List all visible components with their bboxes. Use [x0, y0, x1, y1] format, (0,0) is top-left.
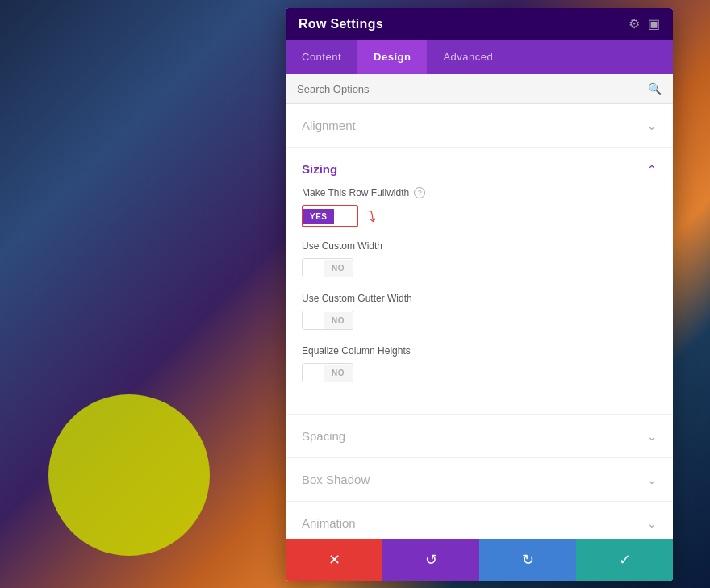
toggle-no-label-1: NO — [324, 260, 353, 277]
settings-icon[interactable]: ⚙ — [629, 16, 640, 31]
section-spacing[interactable]: Spacing ⌄ — [286, 415, 673, 458]
search-icon: 🔍 — [648, 82, 662, 95]
layout-icon[interactable]: ▣ — [648, 16, 660, 31]
animation-chevron: ⌄ — [647, 517, 657, 530]
field-custom-width: Use Custom Width NO — [302, 240, 657, 280]
animation-label: Animation — [302, 516, 356, 530]
arrow-annotation: ⤵ — [366, 206, 378, 226]
equalize-heights-label: Equalize Column Heights — [302, 345, 657, 357]
spacing-chevron: ⌄ — [647, 430, 657, 443]
toggle-yes-slider — [334, 206, 357, 226]
field-equalize-heights: Equalize Column Heights NO — [302, 345, 657, 385]
spacing-label: Spacing — [302, 429, 345, 443]
sizing-header[interactable]: Sizing ⌃ — [302, 148, 657, 187]
decorative-circle — [48, 394, 210, 556]
search-input[interactable] — [297, 83, 648, 95]
fullwidth-label: Make This Row Fullwidth ? — [302, 187, 657, 198]
toggle-yes-label: YES — [303, 209, 334, 224]
undo-button[interactable]: ↺ — [382, 539, 479, 581]
panel-header-icons: ⚙ ▣ — [629, 16, 660, 31]
sizing-chevron: ⌃ — [647, 163, 657, 176]
panel-title: Row Settings — [299, 17, 383, 31]
custom-width-toggle[interactable]: NO — [302, 258, 353, 277]
field-fullwidth: Make This Row Fullwidth ? YES ⤵ — [302, 187, 657, 227]
action-bar: ✕ ↺ ↻ ✓ — [286, 539, 673, 581]
row-settings-panel: Row Settings ⚙ ▣ Content Design Advanced… — [286, 8, 673, 581]
toggle-no-label-3: NO — [324, 365, 353, 382]
fullwidth-toggle[interactable]: YES — [302, 205, 358, 227]
tab-design[interactable]: Design — [357, 40, 427, 74]
alignment-chevron: ⌄ — [647, 119, 657, 132]
tab-advanced[interactable]: Advanced — [427, 40, 509, 74]
redo-button[interactable]: ↻ — [479, 539, 576, 581]
sizing-label: Sizing — [302, 162, 337, 176]
toggle-slider-1 — [303, 259, 324, 277]
field-custom-gutter: Use Custom Gutter Width NO — [302, 293, 657, 332]
alignment-label: Alignment — [302, 119, 356, 132]
section-sizing: Sizing ⌃ Make This Row Fullwidth ? YES ⤵ — [286, 148, 673, 415]
save-button[interactable]: ✓ — [576, 539, 673, 581]
section-alignment[interactable]: Alignment ⌄ — [286, 104, 673, 148]
tab-content[interactable]: Content — [286, 40, 357, 74]
custom-gutter-label: Use Custom Gutter Width — [302, 293, 657, 304]
cancel-button[interactable]: ✕ — [286, 539, 382, 581]
box-shadow-label: Box Shadow — [302, 473, 370, 486]
toggle-slider-2 — [303, 311, 324, 329]
custom-gutter-toggle[interactable]: NO — [302, 311, 353, 330]
search-bar: 🔍 — [286, 74, 673, 104]
toggle-no-label-2: NO — [324, 312, 353, 329]
panel-body: Alignment ⌄ Sizing ⌃ Make This Row Fullw… — [286, 104, 673, 539]
fullwidth-help-icon[interactable]: ? — [414, 187, 425, 198]
toggle-slider-3 — [303, 364, 324, 382]
equalize-heights-toggle[interactable]: NO — [302, 363, 353, 382]
box-shadow-chevron: ⌄ — [647, 473, 657, 486]
section-animation[interactable]: Animation ⌄ — [286, 502, 673, 539]
tab-bar: Content Design Advanced — [286, 40, 673, 74]
panel-header: Row Settings ⚙ ▣ — [286, 8, 673, 40]
custom-width-label: Use Custom Width — [302, 240, 657, 252]
section-box-shadow[interactable]: Box Shadow ⌄ — [286, 458, 673, 502]
